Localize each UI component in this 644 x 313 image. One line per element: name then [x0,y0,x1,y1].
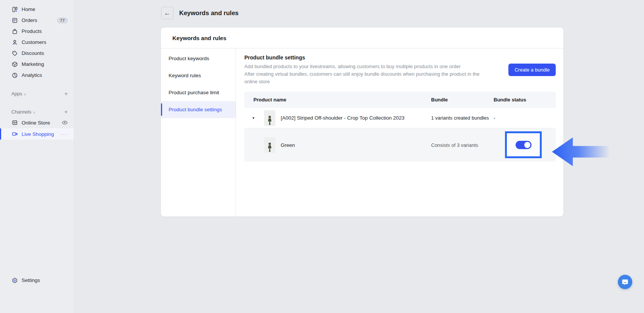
tab-product-bundle-settings[interactable]: Product bundle settings [161,101,236,118]
page-header: ← Keywords and rules [74,0,644,19]
section-description: Add bundled products to your livestreams… [244,63,487,86]
chevron-right-icon: › [24,91,26,97]
sidebar-item-label: Home [22,6,68,12]
sidebar-item-live-shopping[interactable]: Live Shopping ··· [0,128,74,140]
products-icon [11,28,18,34]
eye-icon[interactable] [62,120,68,125]
back-button[interactable]: ← [161,7,174,19]
page: Home Orders 77 Products Customers [0,0,644,313]
customers-icon [11,39,18,45]
sidebar-item-products[interactable]: Products [0,26,74,37]
tab-keyword-rules[interactable]: Keyword rules [161,67,236,84]
column-bundle: Bundle [431,97,494,103]
bundle-table: Product name Bundle Bundle status ▾ [A00… [244,92,556,162]
sidebar-item-label: Settings [22,277,68,283]
product-thumbnail [264,110,275,126]
sidebar: Home Orders 77 Products Customers [0,0,74,313]
add-app-button[interactable]: + [64,91,68,97]
table-row-variant: Green Consists of 3 variants [244,128,556,162]
variant-bundle-info: Consists of 3 variants [431,142,494,148]
highlight-box [505,131,542,158]
apps-label: Apps [11,91,22,97]
sidebar-item-marketing[interactable]: Marketing [0,59,74,70]
orders-icon [11,17,18,23]
collapse-caret-icon[interactable]: ▾ [250,116,257,120]
sidebar-group-apps[interactable]: Apps › + [0,89,74,99]
sidebar-item-settings[interactable]: Settings [0,275,74,286]
sidebar-item-label: Products [22,28,68,34]
section-title: Product bundle settings [244,55,497,61]
table-row: ▾ [A002] Striped Off-shoulder - Crop Top… [244,108,556,128]
bundle-info: 1 variants created bundles [431,115,494,121]
sidebar-item-label: Discounts [22,50,68,56]
analytics-icon [11,72,18,78]
channels-label: Channels [11,109,31,115]
bundle-status-toggle[interactable] [516,141,531,149]
card-title: Keywords and rules [161,28,563,48]
sidebar-item-home[interactable]: Home [0,4,74,15]
sidebar-item-label: Marketing [22,61,68,67]
orders-count-badge: 77 [57,17,68,23]
create-bundle-button[interactable]: Create a bundle [508,64,556,76]
column-product-name: Product name [244,97,431,103]
tab-product-keywords[interactable]: Product keywords [161,50,236,67]
main-content: ← Keywords and rules Keywords and rules … [74,0,644,313]
product-name: [A002] Striped Off-shoulder - Crop Top C… [281,115,405,121]
bundle-status: - [494,108,556,128]
channel-label: Online Store [22,120,62,126]
marketing-icon [11,61,18,67]
home-icon [11,6,18,12]
gear-icon [11,277,18,283]
chevron-right-icon: › [33,109,35,115]
table-header: Product name Bundle Bundle status [244,92,556,108]
page-title: Keywords and rules [179,9,239,17]
video-camera-icon [11,131,18,137]
channel-label: Live Shopping [22,131,61,137]
sidebar-item-label: Analytics [22,72,68,78]
sidebar-item-discounts[interactable]: Discounts [0,48,74,59]
discounts-icon [11,50,18,56]
arrow-left-icon: ← [164,9,170,17]
column-bundle-status: Bundle status [494,97,556,103]
chat-button[interactable] [618,275,632,289]
chat-bubble-icon [621,278,629,286]
bundle-settings-panel: Product bundle settings Add bundled prod… [236,48,563,216]
tab-product-purchase-limit[interactable]: Product purchase limit [161,84,236,101]
keywords-and-rules-card: Keywords and rules Product keywords Keyw… [161,28,563,216]
storefront-icon [11,120,18,126]
sidebar-group-channels[interactable]: Channels › + [0,107,74,117]
sidebar-item-label: Orders [22,17,57,23]
variant-name: Green [281,142,295,148]
sidebar-item-online-store[interactable]: Online Store [0,117,74,128]
sidebar-item-analytics[interactable]: Analytics [0,70,74,81]
settings-tab-list: Product keywords Keyword rules Product p… [161,48,236,216]
variant-thumbnail [264,137,275,153]
sidebar-item-orders[interactable]: Orders 77 [0,15,74,26]
sidebar-item-customers[interactable]: Customers [0,37,74,48]
toggle-knob [524,142,530,148]
more-options-icon[interactable]: ··· [61,131,68,137]
add-channel-button[interactable]: + [64,109,68,115]
sidebar-item-label: Customers [22,39,68,45]
